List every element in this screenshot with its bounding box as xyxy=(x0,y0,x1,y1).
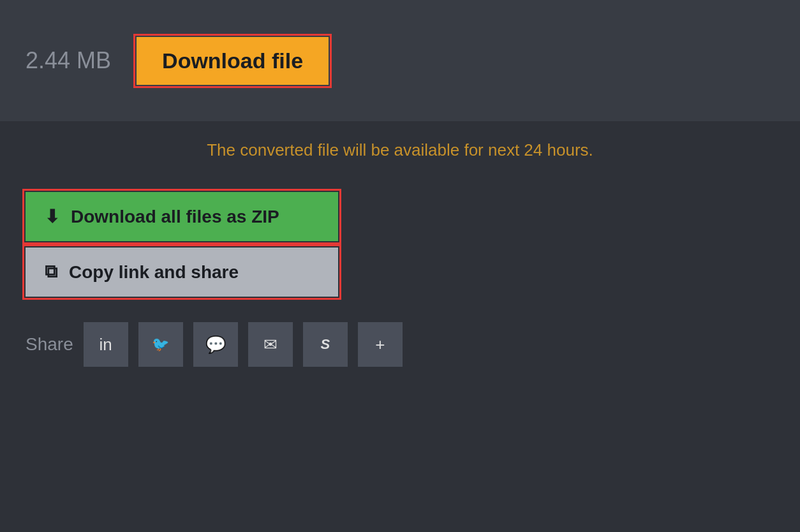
download-zip-label: Download all files as ZIP xyxy=(71,207,279,227)
skype-icon: S xyxy=(320,336,330,353)
share-section: Share in 🐦 💬 ✉ S + xyxy=(0,309,800,380)
share-email-button[interactable]: ✉ xyxy=(248,322,293,367)
more-icon: + xyxy=(375,335,385,355)
copy-link-icon: ⧉ xyxy=(45,262,57,283)
copy-link-label: Copy link and share xyxy=(69,262,239,283)
whatsapp-icon: 💬 xyxy=(205,335,226,355)
copy-link-button[interactable]: ⧉ Copy link and share xyxy=(26,248,338,297)
file-size-label: 2.44 MB xyxy=(26,47,111,74)
notice-text: The converted file will be available for… xyxy=(207,140,593,159)
share-more-button[interactable]: + xyxy=(358,322,403,367)
notice-section: The converted file will be available for… xyxy=(0,121,800,179)
linkedin-icon: in xyxy=(100,335,112,355)
download-file-button[interactable]: Download file xyxy=(137,37,329,85)
download-zip-icon: ⬇ xyxy=(45,206,59,227)
share-whatsapp-button[interactable]: 💬 xyxy=(193,322,238,367)
actions-section: ⬇ Download all files as ZIP ⧉ Copy link … xyxy=(0,179,800,309)
share-linkedin-button[interactable]: in xyxy=(84,322,128,367)
share-skype-button[interactable]: S xyxy=(303,322,348,367)
share-twitter-button[interactable]: 🐦 xyxy=(138,322,183,367)
email-icon: ✉ xyxy=(263,335,278,355)
top-section: 2.44 MB Download file xyxy=(0,0,800,121)
twitter-icon: 🐦 xyxy=(152,336,169,353)
download-zip-button[interactable]: ⬇ Download all files as ZIP xyxy=(26,192,338,241)
share-label: Share xyxy=(26,334,73,355)
